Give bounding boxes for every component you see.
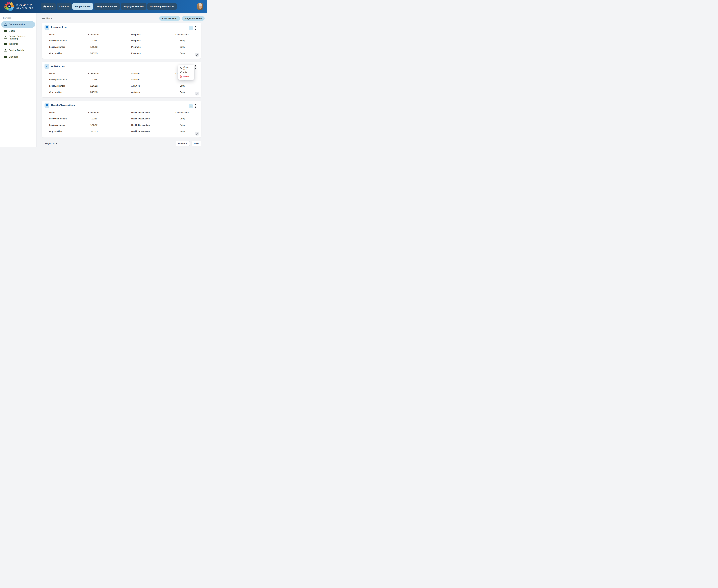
table-row[interactable]: Guy Hawkins5/27/15ProgramsEntry [42,50,201,56]
kebab-menu-button[interactable] [194,104,197,108]
sidebar-section-title: Services [3,17,37,19]
table-row[interactable]: Leslie Alexander1/15/12ProgramsEntry [42,44,201,50]
kebab-menu-button[interactable] [194,64,197,69]
brand-subtitle: COMPASS PRO [16,7,34,9]
sidebar-item-goals[interactable]: Goals [1,28,35,34]
menu-item-delete[interactable]: Delete [178,75,194,78]
table-row[interactable]: Brooklyn Simmons7/11/19ProgramsEntry [42,37,201,44]
add-entry-button[interactable] [189,26,193,30]
column-header: Column Name [176,33,189,36]
table-cell: Programs [131,39,176,42]
chevron-down-icon [172,6,174,7]
people-group-icon [4,30,7,32]
column-header: Name [49,72,88,75]
expand-icon [196,54,198,56]
table-cell: Brooklyn Simmons [49,118,88,120]
table-header-row: NameCreated onProgramsColumn Name [42,32,201,37]
table-cell: Entry [176,39,189,42]
card-header: Health Observations [42,101,201,110]
table-row[interactable]: Guy Hawkins5/27/15ActivitiesEntry [42,89,201,95]
expand-icon [196,132,198,135]
expand-button[interactable] [195,53,199,57]
next-button[interactable]: Next [191,141,201,146]
table-cell: Entry [176,85,189,87]
table-row[interactable]: Leslie Alexander1/15/12Health Observatio… [42,122,201,128]
table-cell: Entry [176,124,189,126]
sidebar-item-person-centered-planning[interactable]: Person Centered Planning [1,34,35,41]
icon-tile [44,25,49,30]
table-cell: Health Observation [131,130,176,132]
column-header: Programs [131,33,176,36]
icon-tile [44,64,49,69]
people-group-icon [4,49,7,52]
table-row[interactable]: Brooklyn Simmons7/11/19ActivitiesEntry [42,76,201,83]
table-row[interactable]: Leslie Alexander1/15/12ActivitiesEntry [42,83,201,89]
kebab-menu-button[interactable] [194,25,197,30]
people-group-icon [4,56,7,58]
pagination: Page 1 of 3 Previous Next [42,141,201,146]
sidebar: Services DocumentationGoalsPerson Center… [0,13,37,147]
nav-label: Upcoming Features [150,5,171,8]
nav-people-served[interactable]: People Served [73,3,93,9]
user-avatar[interactable] [197,3,203,10]
pencil-icon [180,71,182,74]
table-cell: Brooklyn Simmons [49,39,88,42]
table-body: Brooklyn Simmons7/11/19Health Observatio… [42,115,201,134]
nav-contacts[interactable]: Contacts [57,3,71,9]
open-book-icon [45,26,48,29]
context-pills: Kate Morisson Jingle Pot Home [159,16,205,21]
menu-item-edit[interactable]: Edit [178,70,194,75]
table-header-row: NameCreated onActivitiesColumn Name [42,71,201,76]
people-group-icon [4,23,7,26]
home-icon [43,5,46,7]
page-indicator: Page 1 of 3 [45,142,57,145]
table-cell: Entry [176,130,189,132]
nav-home[interactable]: Home [41,3,56,9]
person-pill[interactable]: Kate Morisson [159,16,180,21]
sidebar-item-calender[interactable]: Calender [1,54,35,60]
expand-icon [196,92,198,95]
nav-programs-homes[interactable]: Programs & Homes [94,3,120,9]
expand-button[interactable] [195,132,199,135]
main-content: Back Kate Morisson Jingle Pot Home Learn… [37,13,207,147]
home-pill[interactable]: Jingle Pot Home [182,16,205,21]
table-row[interactable]: Brooklyn Simmons7/11/19Health Observatio… [42,115,201,122]
main-nav: Home Contacts People Served Programs & H… [41,3,177,9]
plus-icon [190,27,192,29]
card-header: Learning Log [42,23,201,32]
table-cell: 1/15/12 [88,85,131,87]
card-title: Learning Log [51,26,67,29]
table-cell: Guy Hawkins [49,91,88,93]
table-cell: Entry [176,52,189,55]
learning-log-card: Learning Log NameCreated onProgramsColum… [42,23,201,59]
sidebar-item-label: Goals [9,30,15,32]
kebab-icon [195,65,196,69]
nav-employee-services[interactable]: Employee Services [121,3,146,9]
nav-upcoming-features[interactable]: Upcoming Features [147,3,177,9]
table-cell: Entry [176,91,189,93]
nav-label: Employee Services [123,5,144,8]
people-group-icon [4,36,7,39]
toolbar: Back Kate Morisson Jingle Pot Home [42,16,201,21]
sidebar-item-service-details[interactable]: Service Details [1,47,35,54]
back-button[interactable]: Back [42,17,52,20]
menu-label: Open Doc [183,66,192,71]
table-cell: 5/27/15 [88,52,131,55]
table-cell: Activities [131,91,176,93]
column-header: Health Observation [131,111,176,114]
table-row[interactable]: Guy Hawkins5/27/15Health ObservationEntr… [42,128,201,134]
runner-icon [45,65,48,68]
table-cell: Programs [131,52,176,55]
expand-button[interactable] [195,91,199,96]
add-entry-button[interactable] [189,104,193,108]
previous-button[interactable]: Previous [176,141,190,146]
sidebar-item-label: Calender [9,56,18,58]
table-cell: Health Observation [131,118,176,120]
sidebar-item-incidents[interactable]: Incidents [1,41,35,47]
table-cell: Brooklyn Simmons [49,78,88,81]
menu-item-open-doc[interactable]: Open Doc [178,66,194,70]
app-header: POWER COMPASS PRO Home Contacts People S… [0,0,207,13]
column-header: Column Name [176,111,189,114]
table-body: Brooklyn Simmons7/11/19ActivitiesEntryLe… [42,76,201,95]
sidebar-item-documentation[interactable]: Documentation [1,21,35,28]
